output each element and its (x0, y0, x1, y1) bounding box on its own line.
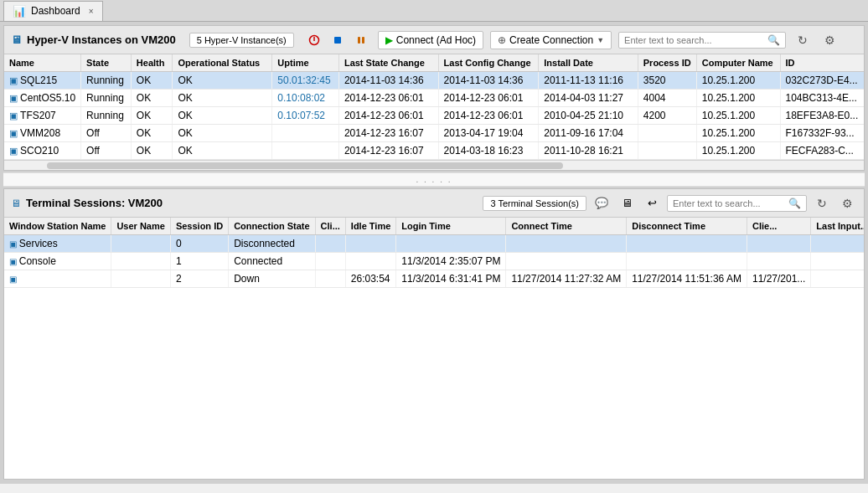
terminal-search-input[interactable] (673, 198, 788, 208)
terminal-table-row[interactable]: ▣ Console 1 Connected 11/3/2014 2:35:07 … (4, 253, 864, 270)
terminal-reset-button[interactable]: ↩ (642, 193, 662, 213)
hyperv-table-row[interactable]: ▣ VMM208 Off OK OK 2014-12-23 16:07 2013… (4, 125, 864, 142)
col-disconnect-time[interactable]: Disconnect Time (627, 218, 747, 235)
cell-health: OK (131, 125, 173, 142)
col-window-station[interactable]: Window Station Name (4, 218, 111, 235)
cell-id: F167332F-93... (780, 125, 864, 142)
hyperv-table-row[interactable]: ▣ CentOS5.10 Running OK OK 0.10:08:02 20… (4, 90, 864, 107)
cell-health: OK (131, 142, 173, 160)
cell-uptime (272, 142, 339, 160)
cell-client2 (747, 235, 810, 253)
connect-adhoc-button[interactable]: ▶ Connect (Ad Hoc) (378, 31, 483, 49)
cell-install-date: 2011-11-13 11:16 (539, 72, 638, 90)
col-clie2[interactable]: Clie... (747, 218, 810, 235)
col-process-id[interactable]: Process ID (638, 54, 696, 72)
cell-state: Running (81, 72, 132, 90)
cell-disconnect-time (627, 235, 747, 253)
cell-state: Running (81, 107, 132, 125)
terminal-panel-icon: 🖥 (11, 198, 21, 209)
col-last-state-change[interactable]: Last State Change (338, 54, 438, 72)
hyperv-settings-button[interactable]: ⚙ (819, 30, 840, 50)
cell-process-id (638, 125, 696, 142)
col-connect-time[interactable]: Connect Time (506, 218, 627, 235)
col-state[interactable]: State (81, 54, 132, 72)
terminal-settings-button[interactable]: ⚙ (837, 193, 857, 213)
terminal-panel: 🖥 Terminal Sessions: VM200 3 Terminal Se… (3, 188, 865, 480)
stop-button[interactable] (328, 30, 348, 50)
cell-user-name (111, 235, 170, 253)
cell-name: ▣ SCO210 (4, 142, 81, 160)
cell-last-config-change: 2014-11-03 14:36 (438, 72, 539, 90)
connection-icon: ⊕ (498, 34, 506, 46)
hyperv-table-row[interactable]: ▣ SCO210 Off OK OK 2014-12-23 16:07 2014… (4, 142, 864, 160)
cell-last-state-change: 2014-12-23 06:01 (338, 107, 438, 125)
section-divider: . . . . . (3, 172, 865, 187)
col-session-id[interactable]: Session ID (170, 218, 228, 235)
hyperv-table-wrapper: Name State Health Operational Status Upt… (4, 54, 864, 160)
hyperv-refresh-button[interactable]: ↻ (793, 30, 813, 50)
connect-adhoc-label: Connect (Ad Hoc) (396, 34, 476, 46)
col-idle-time[interactable]: Idle Time (345, 218, 395, 235)
cell-last-input (811, 235, 864, 253)
cell-client (315, 235, 345, 253)
terminal-table: Window Station Name User Name Session ID… (4, 218, 864, 288)
col-operational-status[interactable]: Operational Status (173, 54, 272, 72)
cell-last-config-change: 2014-12-23 06:01 (438, 107, 539, 125)
hyperv-table-row[interactable]: ▣ SQL215 Running OK OK 50.01:32:45 2014-… (4, 72, 864, 90)
col-login-time[interactable]: Login Time (396, 218, 506, 235)
cell-login-time: 11/3/2014 6:31:41 PM (396, 270, 506, 288)
col-last-config-change[interactable]: Last Config Change (438, 54, 539, 72)
col-install-date[interactable]: Install Date (539, 54, 638, 72)
instance-count-badge: 5 Hyper-V Instance(s) (189, 33, 294, 48)
cell-id: 104BC313-4E... (780, 90, 864, 107)
create-connection-button[interactable]: ⊕ Create Connection ▼ (490, 31, 612, 49)
col-health[interactable]: Health (131, 54, 173, 72)
tab-close-button[interactable]: × (89, 7, 94, 16)
cell-computer-name: 10.25.1.200 (696, 72, 780, 90)
col-connection-state[interactable]: Connection State (229, 218, 315, 235)
hyperv-table-row[interactable]: ▣ TFS207 Running OK OK 0.10:07:52 2014-1… (4, 107, 864, 125)
terminal-chat-button[interactable]: 💬 (592, 193, 612, 213)
hyperv-search-input[interactable] (624, 35, 767, 45)
col-uptime[interactable]: Uptime (272, 54, 339, 72)
cell-last-config-change: 2014-03-18 16:23 (438, 142, 539, 160)
cell-last-state-change: 2014-11-03 14:36 (338, 72, 438, 90)
dashboard-tab-icon: 📊 (13, 5, 26, 18)
cell-computer-name: 10.25.1.200 (696, 142, 780, 160)
cell-client (315, 270, 345, 288)
col-id[interactable]: ID (780, 54, 864, 72)
col-last-input[interactable]: Last Input... (811, 218, 864, 235)
hyperv-search-box[interactable]: 🔍 (618, 32, 786, 49)
col-user-name[interactable]: User Name (111, 218, 170, 235)
cell-process-id: 4004 (638, 90, 696, 107)
hyperv-title-text: Hyper-V Instances on VM200 (27, 33, 176, 46)
cell-disconnect-time: 11/27/2014 11:51:36 AM (627, 270, 747, 288)
col-cli[interactable]: Cli... (315, 218, 345, 235)
terminal-table-row[interactable]: ▣ Services 0 Disconnected 10.25.1... (4, 235, 864, 253)
terminal-connect-button[interactable]: 🖥 (617, 193, 637, 213)
dashboard-tab[interactable]: 📊 Dashboard × (3, 1, 103, 21)
terminal-table-row[interactable]: ▣ 2 Down 26:03:54 11/3/2014 6:31:41 PM 1… (4, 270, 864, 288)
terminal-search-box[interactable]: 🔍 (667, 195, 807, 212)
hyperv-horizontal-scroll[interactable] (4, 160, 864, 170)
terminal-table-body: ▣ Services 0 Disconnected 10.25.1... ▣ C… (4, 235, 864, 288)
cell-login-time (396, 235, 506, 253)
terminal-refresh-button[interactable]: ↻ (812, 193, 832, 213)
cell-connect-time (506, 253, 627, 270)
cell-last-state-change: 2014-12-23 16:07 (338, 125, 438, 142)
cell-idle-time (345, 235, 395, 253)
col-computer-name[interactable]: Computer Name (696, 54, 780, 72)
cell-computer-name: 10.25.1.200 (696, 90, 780, 107)
cell-connection-state: Connected (229, 253, 315, 270)
pause-button[interactable] (351, 30, 371, 50)
col-name[interactable]: Name (4, 54, 81, 72)
cell-uptime (272, 125, 339, 142)
cell-name: ▣ VMM208 (4, 125, 81, 142)
bottom-scrollbar[interactable] (0, 483, 868, 493)
cell-connection-state: Down (229, 270, 315, 288)
cell-window-station: ▣ (4, 270, 111, 288)
cell-install-date: 2010-04-25 21:10 (539, 107, 638, 125)
cell-connect-time: 11/27/2014 11:27:32 AM (506, 270, 627, 288)
cell-process-id: 3520 (638, 72, 696, 90)
power-off-button[interactable] (304, 30, 324, 50)
